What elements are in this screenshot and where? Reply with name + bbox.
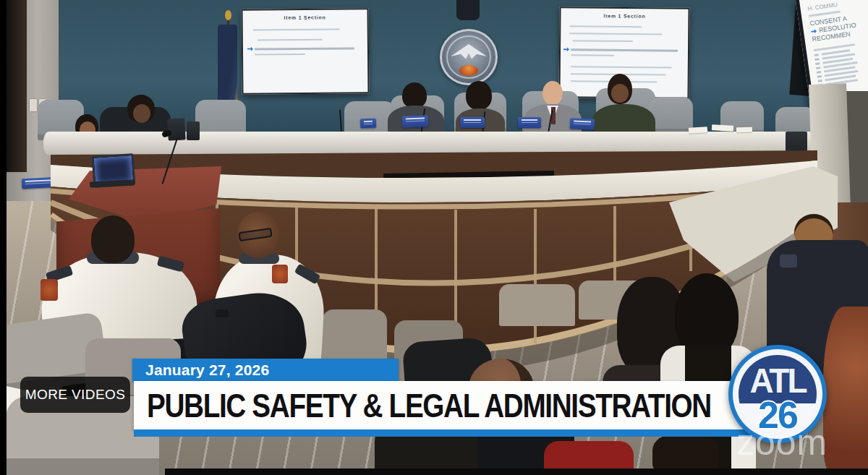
shoulder-patch [41, 279, 58, 301]
cursor-icon [247, 47, 253, 51]
video-frame: Item 1 Section Item 1 Section H. COMMU C… [0, 0, 868, 475]
person-member-2 [466, 81, 492, 110]
ceiling-speaker [456, 0, 480, 20]
person-member-1 [402, 82, 427, 108]
more-videos-button[interactable]: MORE VIDEOS [20, 377, 130, 413]
nameplate [460, 117, 485, 128]
bottom-shadow [165, 468, 868, 475]
title-text: PUBLIC SAFETY & LEGAL ADMINISTRATION [134, 387, 711, 425]
date-text: January 27, 2026 [132, 361, 269, 379]
nameplate [402, 115, 429, 127]
screen-heading: Item 1 Section [571, 13, 679, 20]
chair [650, 97, 693, 134]
shoulder-patch [272, 265, 288, 283]
wristwatch [216, 309, 229, 317]
nameplate [570, 118, 595, 129]
cursor-icon [563, 47, 569, 51]
lower-third-title-banner: PUBLIC SAFETY & LEGAL ADMINISTRATION [134, 381, 765, 430]
projection-screen-left: Item 1 Section [241, 8, 369, 95]
person-member-3 [542, 81, 563, 106]
more-videos-label: MORE VIDEOS [25, 387, 125, 403]
lower-third-date-bar: January 27, 2026 [132, 359, 399, 382]
letterbox-bar [0, 0, 7, 475]
nameplate [518, 117, 541, 128]
flag-finial [225, 10, 231, 20]
zoom-watermark: zoom [736, 421, 827, 463]
person-audience-6 [823, 307, 868, 475]
flame-icon [459, 65, 478, 76]
light-switch [29, 98, 38, 112]
uniform-patch [780, 254, 797, 268]
left-doorway [7, 0, 27, 172]
screen-heading: Item 1 Section [252, 14, 357, 21]
nameplate [360, 119, 376, 129]
cursor-icon [811, 29, 817, 34]
city-seal-icon [440, 29, 498, 85]
lower-third-accent-strip [134, 429, 779, 437]
chair [499, 284, 575, 326]
